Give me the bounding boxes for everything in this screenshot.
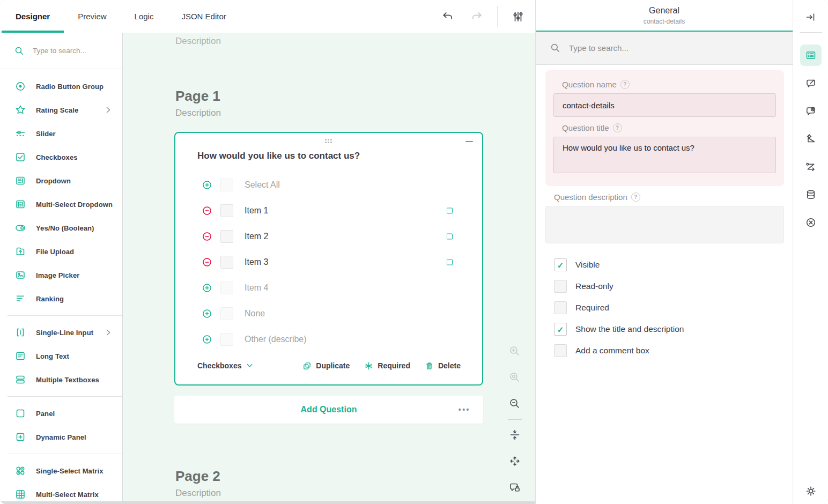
- read-only-checkbox[interactable]: [554, 280, 567, 293]
- add-item-icon[interactable]: [202, 309, 212, 318]
- category-validation-button[interactable]: [800, 212, 822, 233]
- toolbox-item-rating-scale[interactable]: Rating Scale: [0, 98, 122, 122]
- choice-checkbox[interactable]: [220, 333, 233, 346]
- choice-checkbox[interactable]: [220, 281, 233, 294]
- choice-row-item4-ghost[interactable]: Item 4: [175, 275, 482, 301]
- show-title-description-checkbox[interactable]: [554, 323, 567, 336]
- toolbox-item-dynamic-panel[interactable]: Dynamic Panel: [0, 425, 122, 449]
- add-item-icon[interactable]: [202, 180, 212, 190]
- choice-label[interactable]: Select All: [245, 180, 280, 190]
- visible-checkbox-row[interactable]: Visible: [554, 254, 784, 276]
- choice-drag-handle[interactable]: [447, 234, 453, 240]
- tab-designer[interactable]: Designer: [2, 0, 64, 33]
- category-comment-button[interactable]: [800, 100, 822, 122]
- page1-title[interactable]: Page 1: [175, 88, 220, 105]
- remove-item-icon[interactable]: [202, 257, 212, 267]
- required-toggle-button[interactable]: Required: [364, 361, 410, 370]
- remove-item-icon[interactable]: [202, 206, 212, 216]
- choice-row-item2[interactable]: Item 2: [175, 224, 482, 249]
- add-question-button[interactable]: Add Question •••: [174, 396, 483, 424]
- tab-logic[interactable]: Logic: [121, 0, 168, 33]
- visible-checkbox[interactable]: [554, 258, 567, 271]
- choice-drag-handle[interactable]: [447, 208, 453, 214]
- toolbox-item-file-upload[interactable]: File Upload: [0, 240, 122, 263]
- toolbox-item-dropdown[interactable]: Dropdown: [0, 169, 122, 192]
- duplicate-button[interactable]: Duplicate: [302, 361, 350, 370]
- expand-drag-mode-button[interactable]: [508, 455, 521, 468]
- show-title-description-checkbox-row[interactable]: Show the title and description: [554, 318, 784, 340]
- choice-drag-handle[interactable]: [447, 260, 453, 265]
- add-comment-box-checkbox-row[interactable]: Add a comment box: [554, 340, 784, 361]
- survey-settings-button[interactable]: [509, 8, 527, 25]
- choice-row-other-ghost[interactable]: Other (describe): [175, 327, 482, 352]
- question-title-input[interactable]: How would you like us to contact us?: [553, 137, 776, 173]
- choice-label[interactable]: Other (describe): [245, 335, 307, 344]
- choice-checkbox[interactable]: [220, 204, 233, 217]
- undo-button[interactable]: [439, 8, 456, 25]
- category-theme-button[interactable]: [800, 128, 822, 150]
- add-comment-box-checkbox[interactable]: [554, 344, 567, 357]
- read-only-checkbox-row[interactable]: Read-only: [554, 276, 784, 297]
- tab-preview[interactable]: Preview: [64, 0, 120, 33]
- toolbox-item-boolean[interactable]: Yes/No (Boolean): [0, 216, 122, 240]
- survey-description-placeholder[interactable]: Description: [175, 36, 221, 47]
- choice-checkbox[interactable]: [220, 307, 233, 320]
- lock-questions-button[interactable]: [508, 481, 521, 494]
- toolbox-item-single-select-matrix[interactable]: Single-Select Matrix: [0, 459, 122, 483]
- required-checkbox[interactable]: [554, 301, 567, 314]
- choice-checkbox[interactable]: [220, 256, 233, 269]
- zoom-reset-button[interactable]: [508, 371, 521, 384]
- required-checkbox-row[interactable]: Required: [554, 297, 784, 318]
- page2-title[interactable]: Page 2: [175, 468, 220, 485]
- choice-label[interactable]: Item 1: [245, 206, 268, 216]
- question-name-input[interactable]: [553, 93, 776, 117]
- toolbox-item-checkboxes[interactable]: Checkboxes: [0, 145, 122, 169]
- creator-settings-button[interactable]: [793, 485, 828, 498]
- toolbox-item-multiple-textboxes[interactable]: Multiple Textboxes: [0, 368, 122, 391]
- toolbox-item-long-text[interactable]: Long Text: [0, 344, 122, 368]
- collapse-panel-button[interactable]: [800, 6, 822, 28]
- toolbox-item-multi-select-matrix[interactable]: Multi-Select Matrix: [0, 483, 122, 501]
- choice-row-item1[interactable]: Item 1: [175, 198, 482, 224]
- horizontal-scrollbar[interactable]: [0, 501, 535, 504]
- choice-label[interactable]: Item 2: [245, 232, 268, 241]
- remove-item-icon[interactable]: [202, 232, 212, 241]
- property-search-input[interactable]: [568, 43, 731, 53]
- category-display-button[interactable]: [800, 72, 822, 94]
- toolbox-item-single-line-input[interactable]: Single-Line Input: [0, 321, 122, 344]
- toolbox-item-radio-button-group[interactable]: Radio Button Group: [0, 75, 122, 98]
- tab-json-editor[interactable]: JSON Editor: [167, 0, 240, 33]
- collapse-question-button[interactable]: [465, 141, 473, 142]
- question-type-selector[interactable]: Checkboxes: [197, 361, 253, 370]
- toolbox-search-input[interactable]: [32, 46, 109, 55]
- page1-description-placeholder[interactable]: Description: [175, 108, 221, 118]
- choice-row-item3[interactable]: Item 3: [175, 249, 482, 275]
- toolbox-item-slider[interactable]: Slider: [0, 122, 122, 145]
- choice-label[interactable]: Item 3: [245, 257, 268, 267]
- zoom-out-button[interactable]: [508, 397, 521, 410]
- delete-button[interactable]: Delete: [425, 361, 461, 370]
- category-general-button[interactable]: [800, 45, 822, 66]
- add-question-menu-button[interactable]: •••: [459, 405, 470, 414]
- add-item-icon[interactable]: [202, 283, 212, 293]
- question-description-input[interactable]: [545, 206, 784, 243]
- question-drag-handle[interactable]: [325, 139, 332, 144]
- collapse-all-button[interactable]: [508, 428, 521, 441]
- redo-button[interactable]: [468, 8, 485, 25]
- category-logic-button[interactable]: [800, 156, 822, 177]
- toolbox-item-image-picker[interactable]: Image Picker: [0, 263, 122, 287]
- zoom-in-button[interactable]: [508, 345, 521, 358]
- choice-label[interactable]: Item 4: [245, 283, 268, 293]
- toolbox-item-multi-select-dropdown[interactable]: Multi-Select Dropdown: [0, 192, 122, 216]
- question-title[interactable]: How would you like us to contact us?: [197, 151, 360, 161]
- choice-checkbox[interactable]: [220, 179, 233, 191]
- toolbox-item-ranking[interactable]: Ranking: [0, 287, 122, 310]
- category-data-button[interactable]: [800, 184, 822, 205]
- page2-description-placeholder[interactable]: Description: [175, 488, 221, 499]
- choice-checkbox[interactable]: [220, 230, 233, 243]
- choice-row-select-all[interactable]: Select All: [175, 172, 482, 198]
- choice-row-none-ghost[interactable]: None: [175, 301, 482, 327]
- toolbox-item-panel[interactable]: Panel: [0, 402, 122, 425]
- choice-label[interactable]: None: [245, 309, 265, 318]
- add-item-icon[interactable]: [202, 335, 212, 344]
